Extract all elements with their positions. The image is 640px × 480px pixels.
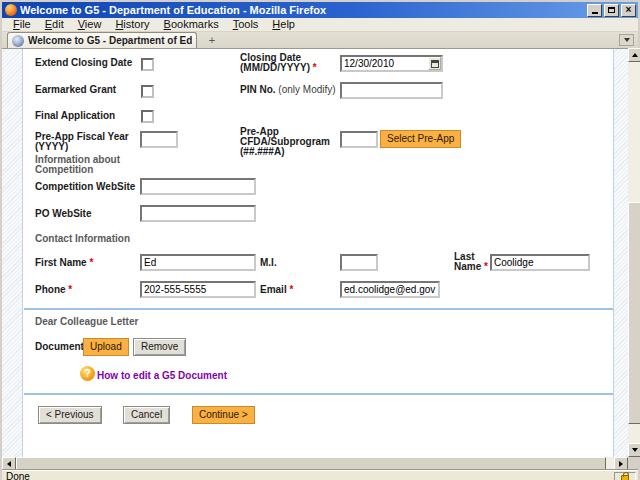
tabbar: Welcome to G5 - Department of Edu... + xyxy=(2,32,638,48)
section-divider xyxy=(24,308,613,310)
preapp-fiscal-year-input[interactable] xyxy=(140,131,178,148)
document-label: Document xyxy=(35,342,84,352)
vertical-scrollbar[interactable] xyxy=(628,48,640,457)
tab-title: Welcome to G5 - Department of Edu... xyxy=(28,35,192,46)
pin-input[interactable] xyxy=(340,82,443,99)
menu-help[interactable]: Help xyxy=(265,18,302,31)
last-name-input[interactable] xyxy=(490,254,590,271)
phone-input[interactable] xyxy=(140,281,256,298)
middle-initial-input[interactable] xyxy=(340,254,378,271)
calendar-icon xyxy=(431,60,439,68)
first-name-label: First Name * xyxy=(35,258,93,268)
minimize-button[interactable] xyxy=(587,4,602,17)
final-application-label: Final Application xyxy=(35,111,115,121)
required-asterisk: * xyxy=(313,62,317,73)
phone-label: Phone * xyxy=(35,285,72,295)
menu-history[interactable]: History xyxy=(108,18,156,31)
scroll-left-button[interactable] xyxy=(2,457,16,470)
email-input[interactable] xyxy=(340,281,440,298)
preapp-cfda-input[interactable] xyxy=(340,131,378,148)
menu-view[interactable]: View xyxy=(71,18,109,31)
scroll-down-button[interactable] xyxy=(628,443,640,457)
list-all-tabs-button[interactable] xyxy=(619,34,634,46)
final-application-checkbox[interactable] xyxy=(141,110,154,123)
statusbar: Done xyxy=(2,470,638,480)
scroll-up-button[interactable] xyxy=(628,48,640,62)
closing-date-label: Closing Date (MM/DD/YYYY) * xyxy=(240,53,317,73)
info-competition-heading: Information about Competition xyxy=(35,155,120,175)
close-button[interactable]: × xyxy=(621,4,636,17)
po-website-input[interactable] xyxy=(140,205,256,222)
menubar: File Edit View History Bookmarks Tools H… xyxy=(2,18,638,32)
email-label: Email * xyxy=(260,285,293,295)
security-panel[interactable] xyxy=(614,472,636,480)
contact-information-heading: Contact Information xyxy=(35,234,130,244)
page-right-margin xyxy=(613,49,628,457)
window-title: Welcome to G5 - Department of Education … xyxy=(20,3,583,17)
dear-colleague-heading: Dear Colleague Letter xyxy=(35,317,138,327)
competition-website-input[interactable] xyxy=(140,178,256,195)
closing-date-field xyxy=(340,55,443,72)
earmarked-grant-label: Earmarked Grant xyxy=(35,85,116,95)
titlebar: Welcome to G5 - Department of Education … xyxy=(2,2,638,18)
closing-date-input[interactable] xyxy=(342,58,428,69)
middle-initial-label: M.I. xyxy=(260,258,277,268)
po-website-label: PO WebSite xyxy=(35,209,92,219)
first-name-input[interactable] xyxy=(140,254,256,271)
help-question-icon[interactable]: ? xyxy=(80,366,95,381)
section-divider xyxy=(24,393,613,395)
select-preapp-button[interactable]: Select Pre-App xyxy=(380,130,461,148)
lock-icon xyxy=(621,475,629,480)
cancel-button[interactable]: Cancel xyxy=(123,406,170,424)
required-asterisk: * xyxy=(484,261,488,272)
previous-button[interactable]: < Previous xyxy=(38,406,102,424)
scrollbar-corner xyxy=(628,457,640,470)
menu-tools[interactable]: Tools xyxy=(226,18,266,31)
arrow-left-icon xyxy=(7,461,11,467)
earmarked-grant-checkbox[interactable] xyxy=(141,85,154,98)
how-to-edit-link[interactable]: How to edit a G5 Document xyxy=(97,370,227,381)
last-name-label: Last Name * xyxy=(454,252,488,272)
remove-button[interactable]: Remove xyxy=(133,338,186,356)
firefox-icon xyxy=(5,4,17,16)
tab-welcome-g5[interactable]: Welcome to G5 - Department of Edu... xyxy=(7,32,197,48)
competition-website-label: Competition WebSite xyxy=(35,182,135,192)
required-asterisk: * xyxy=(289,284,293,295)
upload-button[interactable]: Upload xyxy=(83,338,129,356)
horizontal-scroll-thumb[interactable] xyxy=(16,457,606,470)
status-text: Done xyxy=(2,471,614,480)
pin-label: PIN No. (only Modify) xyxy=(240,85,336,95)
extend-closing-date-label: Extend Closing Date xyxy=(35,58,132,68)
preapp-cfda-label: Pre-App CFDA/Subprogram (##.###A) xyxy=(240,127,330,157)
arrow-down-icon xyxy=(632,448,638,452)
continue-button[interactable]: Continue > xyxy=(192,406,255,424)
menu-edit[interactable]: Edit xyxy=(38,18,71,31)
tab-favicon xyxy=(12,35,24,47)
restore-button[interactable] xyxy=(604,4,619,17)
required-asterisk: * xyxy=(89,257,93,268)
arrow-up-icon xyxy=(632,53,638,57)
vertical-scroll-thumb[interactable] xyxy=(628,202,640,424)
page-content: Extend Closing Date Closing Date (MM/DD/… xyxy=(2,48,628,457)
required-asterisk: * xyxy=(68,284,72,295)
horizontal-scrollbar[interactable] xyxy=(2,457,628,470)
new-tab-button[interactable]: + xyxy=(203,33,221,47)
page-left-margin xyxy=(2,49,23,457)
preapp-fiscal-year-label: Pre-App Fiscal Year (YYYY) xyxy=(35,132,129,152)
calendar-picker-button[interactable] xyxy=(428,57,441,70)
scroll-right-button[interactable] xyxy=(614,457,628,470)
menu-bookmarks[interactable]: Bookmarks xyxy=(157,18,226,31)
chevron-down-icon xyxy=(624,38,630,42)
menu-file[interactable]: File xyxy=(6,18,38,31)
arrow-right-icon xyxy=(619,461,623,467)
browser-window: Welcome to G5 - Department of Education … xyxy=(0,0,640,480)
extend-closing-date-checkbox[interactable] xyxy=(141,58,154,71)
